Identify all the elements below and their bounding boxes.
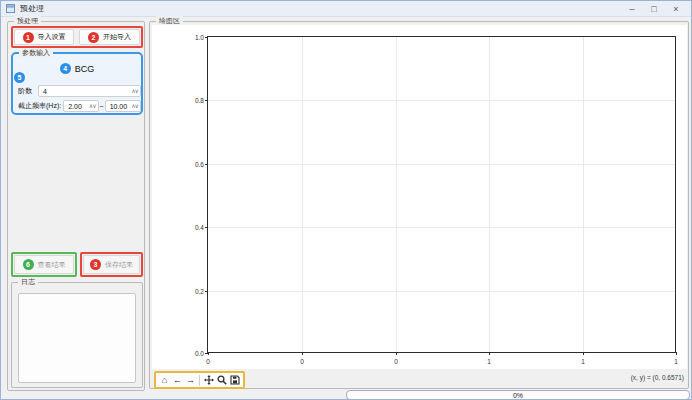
home-icon[interactable]: ⌂ [159,373,170,387]
log-group: 日志 [11,282,143,388]
step-badge-3: 3 [90,259,101,270]
save-icon[interactable] [229,373,240,387]
gridline [208,291,675,292]
start-import-button[interactable]: 2 开始导入 [79,29,140,45]
y-tick-label: 1.0 [182,34,204,41]
maximize-button[interactable]: □ [643,1,665,17]
plot-toolbar: ⌂ ← → [154,371,245,389]
plot-canvas[interactable]: 0 0 0 1 1 1 1.0 0.8 0.6 0.4 0.2 0.0 [152,25,687,369]
y-tick-label: 0.8 [182,97,204,104]
gridline [208,100,675,101]
cutoff-tilde: ~ [100,103,104,110]
toolbar-divider [199,375,200,386]
app-window: 预处理 – □ × 预处理 1 导入设置 2 开始导入 参数输入 4 BCG 5 [0,0,692,400]
save-results-label: 保存结果 [105,260,133,270]
x-tick [396,352,397,355]
x-tick-label: 1 [479,358,499,365]
step-badge-4: 4 [60,63,71,74]
zoom-icon[interactable] [216,373,227,387]
progress-bar: 0% [346,390,690,400]
import-settings-label: 导入设置 [38,32,66,42]
close-button[interactable]: × [665,1,687,17]
step-badge-2: 2 [88,32,99,43]
y-tick [205,37,208,38]
start-import-label: 开始导入 [103,32,131,42]
back-icon[interactable]: ← [172,373,183,387]
spinner-arrows-icon[interactable]: ∧∨ [131,103,138,109]
preprocess-panel: 预处理 1 导入设置 2 开始导入 参数输入 4 BCG 5 阶数 4 ∧∨ [7,21,145,391]
plot-axes: 0 0 0 1 1 1 1.0 0.8 0.6 0.4 0.2 0.0 [207,36,676,353]
gridline [489,37,490,352]
order-row: 阶数 4 ∧∨ [18,85,141,97]
x-tick [583,352,584,355]
order-label: 阶数 [18,86,32,96]
order-spinbox[interactable]: 4 ∧∨ [38,85,141,97]
gridline [208,164,675,165]
params-group-label: 参数输入 [19,48,53,57]
y-tick-label: 0.2 [182,288,204,295]
cutoff-low-value: 2.00 [68,103,82,110]
log-group-label: 日志 [18,277,38,286]
y-tick [205,100,208,101]
y-tick [205,353,208,354]
gridline [583,37,584,352]
y-tick-label: 0.6 [182,161,204,168]
app-icon [6,4,15,13]
params-group: 参数输入 4 BCG 5 阶数 4 ∧∨ 截止频率(Hz): 2.00 ∧∨ [11,52,143,115]
x-tick-label: 0 [292,358,312,365]
x-tick [676,352,677,355]
x-tick-label: 0 [386,358,406,365]
step-badge-5: 5 [14,72,25,83]
minimize-button[interactable]: – [621,1,643,17]
order-value: 4 [43,88,47,95]
view-results-label: 查看结果 [38,260,66,270]
spinner-arrows-icon[interactable]: ∧∨ [89,103,96,109]
progress-value: 0% [513,392,523,399]
cursor-coordinates: (x, y) = (0, 0.6571) [631,374,684,381]
view-results-button[interactable]: 6 查看结果 [14,255,74,274]
gridline [302,37,303,352]
step-badge-6: 6 [23,259,34,270]
step-badge-1: 1 [23,32,34,43]
plot-panel: 绘图区 [149,21,689,389]
y-tick [205,164,208,165]
x-tick-label: 1 [573,358,593,365]
spinner-arrows-icon[interactable]: ∧∨ [131,88,138,94]
plot-panel-label: 绘图区 [156,16,183,25]
x-tick [489,352,490,355]
x-tick [302,352,303,355]
cutoff-label: 截止频率(Hz): [18,101,61,111]
log-textarea[interactable] [18,293,136,383]
preprocess-panel-label: 预处理 [14,16,41,25]
save-results-button[interactable]: 3 保存结果 [83,255,140,274]
cutoff-row: 截止频率(Hz): 2.00 ∧∨ ~ 10.00 ∧∨ [18,100,141,112]
gridline [208,227,675,228]
gridline [396,37,397,352]
y-tick [205,291,208,292]
x-tick-label: 1 [666,358,686,365]
import-settings-button[interactable]: 1 导入设置 [14,29,74,45]
x-tick-label: 0 [198,358,218,365]
cutoff-low-spinbox[interactable]: 2.00 ∧∨ [63,100,98,112]
y-tick [205,227,208,228]
signal-type-label: BCG [75,64,95,74]
forward-icon[interactable]: → [185,373,196,387]
y-tick-label: 0.4 [182,224,204,231]
cutoff-high-value: 10.00 [110,103,128,110]
pan-icon[interactable] [203,373,214,387]
x-tick [208,352,209,355]
cutoff-high-spinbox[interactable]: 10.00 ∧∨ [105,100,141,112]
title-bar: 预处理 – □ × [1,1,691,17]
y-tick-label: 0.0 [182,350,204,357]
window-title: 预处理 [20,3,44,14]
